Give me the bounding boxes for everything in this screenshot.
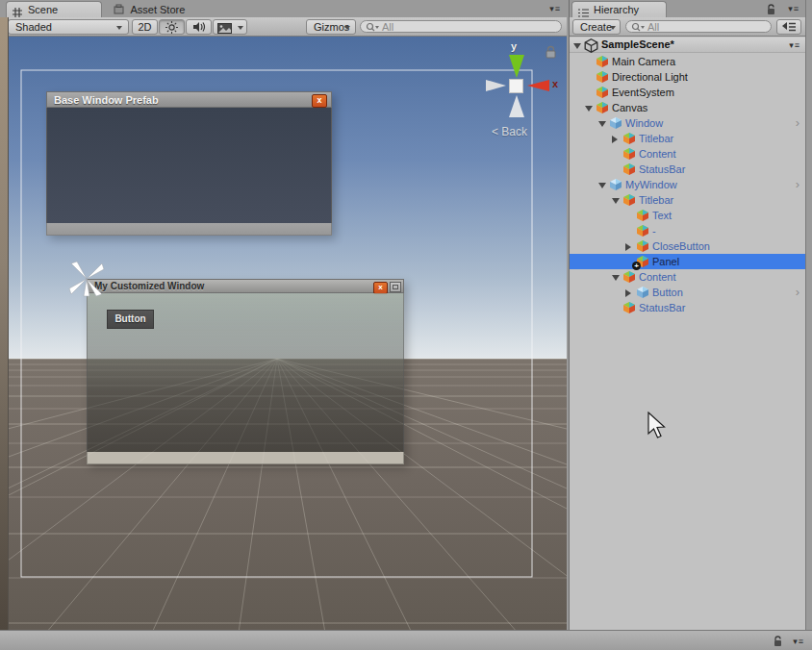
scene-lighting-toggle[interactable] bbox=[159, 19, 185, 35]
foldout-open-icon[interactable] bbox=[585, 106, 593, 112]
base-window-titlebar[interactable]: Base Window Prefab x bbox=[46, 91, 332, 108]
gameobject-cube-icon bbox=[636, 239, 649, 253]
hierarchy-item-closebutton[interactable]: CloseButton bbox=[570, 238, 805, 254]
gameobject-cube-icon bbox=[622, 147, 636, 161]
scene-audio-toggle[interactable] bbox=[186, 19, 212, 35]
gameobject-cube-icon bbox=[622, 301, 636, 314]
gameobject-cube-icon: + bbox=[636, 255, 649, 268]
foldout-open-icon[interactable] bbox=[612, 198, 620, 204]
tab-scene[interactable]: Scene bbox=[6, 1, 102, 17]
children-chevron-icon[interactable]: › bbox=[796, 115, 799, 130]
lock-icon[interactable] bbox=[545, 45, 557, 63]
tab-scene-label: Scene bbox=[28, 4, 58, 15]
hierarchy-panel-menu-icon[interactable]: ▾≡ bbox=[788, 4, 799, 13]
gizmos-dropdown[interactable]: Gizmos bbox=[306, 19, 356, 35]
status-bar: ▾≡ bbox=[0, 630, 812, 650]
custom-window-panel-button[interactable] bbox=[390, 282, 401, 292]
chevron-down-icon bbox=[610, 26, 616, 30]
tab-hierarchy-label: Hierarchy bbox=[594, 4, 639, 15]
foldout-open-icon[interactable] bbox=[598, 183, 606, 188]
create-button[interactable]: Create bbox=[572, 19, 621, 35]
2d-toggle-button[interactable]: 2D bbox=[132, 19, 158, 35]
sun-icon bbox=[165, 21, 178, 34]
custom-window-titlebar[interactable]: My Customized Window x bbox=[87, 279, 404, 293]
gameobject-cube-icon bbox=[636, 209, 649, 222]
hierarchy-item-content[interactable]: Content bbox=[570, 146, 805, 162]
scene-panel-menu-icon[interactable]: ▾≡ bbox=[549, 4, 561, 13]
base-window-statusbar bbox=[46, 223, 332, 236]
children-chevron-icon[interactable]: › bbox=[796, 177, 799, 191]
hierarchy-search-input[interactable]: All bbox=[625, 20, 772, 33]
hierarchy-item-main-camera[interactable]: Main Camera bbox=[570, 54, 805, 69]
hierarchy-item-panel[interactable]: +Panel bbox=[570, 254, 805, 269]
scene-search-input[interactable]: All bbox=[360, 20, 562, 33]
view-direction-label[interactable]: < Back bbox=[492, 125, 527, 138]
axis-x-label: x bbox=[552, 78, 558, 89]
hierarchy-item-label: Content bbox=[639, 271, 676, 283]
gameobject-cube-icon bbox=[596, 86, 609, 99]
gameobject-cube-icon bbox=[596, 70, 609, 84]
hierarchy-tree: Main CameraDirectional LightEventSystemC… bbox=[570, 54, 805, 333]
hierarchy-item-eventsystem[interactable]: EventSystem bbox=[570, 85, 805, 100]
foldout-open-icon[interactable] bbox=[573, 43, 581, 49]
hierarchy-item-button[interactable]: Button› bbox=[570, 285, 805, 300]
hierarchy-item-canvas[interactable]: Canvas bbox=[570, 100, 805, 115]
axis-y-label: y bbox=[511, 40, 517, 52]
my-customized-window[interactable]: My Customized Window x Button bbox=[87, 279, 404, 464]
hierarchy-item-label: CloseButton bbox=[652, 240, 710, 252]
axis-y-cone[interactable] bbox=[509, 55, 524, 78]
ui-button[interactable]: Button bbox=[107, 310, 154, 329]
foldout-open-icon[interactable] bbox=[598, 121, 606, 127]
children-chevron-icon[interactable]: › bbox=[796, 285, 799, 299]
hierarchy-item-text[interactable]: Text bbox=[570, 208, 805, 223]
hierarchy-item-statusbar[interactable]: StatusBar bbox=[570, 300, 805, 315]
scene-row-menu-icon[interactable]: ▾≡ bbox=[789, 40, 800, 50]
hierarchy-search-value: All bbox=[647, 21, 659, 33]
hierarchy-item-label: Main Camera bbox=[612, 56, 675, 67]
shading-mode-dropdown[interactable]: Shaded bbox=[8, 19, 129, 35]
hierarchy-item-label: StatusBar bbox=[639, 163, 685, 175]
hierarchy-item-window[interactable]: Window› bbox=[570, 115, 805, 131]
gameobject-cube-icon bbox=[596, 55, 609, 68]
hierarchy-item-dash[interactable]: - bbox=[570, 223, 805, 238]
sort-toggle-button[interactable] bbox=[776, 19, 801, 35]
hierarchy-item-statusbar[interactable]: StatusBar bbox=[570, 162, 805, 177]
axis-x-cone[interactable] bbox=[527, 80, 549, 91]
speaker-icon bbox=[192, 21, 206, 33]
sort-icon bbox=[781, 21, 797, 33]
hierarchy-item-mywindow[interactable]: MyWindow› bbox=[570, 177, 805, 192]
foldout-closed-icon[interactable] bbox=[625, 289, 631, 297]
axis-bottom-cone[interactable] bbox=[509, 95, 524, 117]
axis-center-handle[interactable] bbox=[509, 79, 523, 93]
unity-editor: { "colors":{ "selection":"#3e7de7", "ui_… bbox=[0, 0, 812, 650]
tab-asset-store[interactable]: Asset Store bbox=[114, 2, 185, 17]
hierarchy-item-label: EventSystem bbox=[612, 87, 674, 98]
foldout-open-icon[interactable] bbox=[612, 275, 620, 281]
hierarchy-item-directional-light[interactable]: Directional Light bbox=[570, 69, 805, 85]
tab-hierarchy[interactable]: Hierarchy bbox=[571, 1, 667, 17]
hierarchy-tab-strip: Hierarchy ▾≡ bbox=[570, 0, 805, 18]
rect-anchor-gizmo-icon[interactable] bbox=[67, 260, 106, 298]
hierarchy-item-titlebar[interactable]: Titlebar bbox=[570, 192, 805, 208]
scene-toolbar: Shaded 2D bbox=[0, 17, 567, 37]
gameobject-cube-icon bbox=[622, 132, 636, 145]
unlock-icon[interactable] bbox=[773, 635, 783, 650]
statusbar-menu-icon[interactable]: ▾≡ bbox=[793, 637, 804, 646]
foldout-closed-icon[interactable] bbox=[625, 243, 631, 251]
scene-header-row[interactable]: SampleScene* ▾≡ bbox=[570, 38, 805, 53]
foldout-closed-icon[interactable] bbox=[612, 136, 618, 143]
scene-effects-dropdown[interactable] bbox=[213, 19, 247, 35]
base-window-prefab[interactable]: Base Window Prefab x bbox=[46, 91, 332, 236]
ui-prefab-cube-icon bbox=[609, 178, 622, 191]
scene-panel: Scene Asset Store ▾≡ Shaded 2D bbox=[0, 0, 567, 630]
custom-window-statusbar bbox=[87, 452, 404, 464]
axis-left-cone[interactable] bbox=[486, 80, 506, 91]
hierarchy-item-label: Titlebar bbox=[639, 194, 673, 206]
hierarchy-item-label: Content bbox=[639, 148, 676, 160]
scene-viewport[interactable]: Base Window Prefab x My Customized Windo… bbox=[8, 37, 567, 630]
hierarchy-item-titlebar[interactable]: Titlebar bbox=[570, 131, 805, 146]
base-window-close-button[interactable]: x bbox=[312, 94, 327, 108]
scene-search-value: All bbox=[382, 21, 393, 33]
hierarchy-item-label: Panel bbox=[652, 256, 679, 267]
hierarchy-item-content[interactable]: Content bbox=[570, 269, 805, 285]
